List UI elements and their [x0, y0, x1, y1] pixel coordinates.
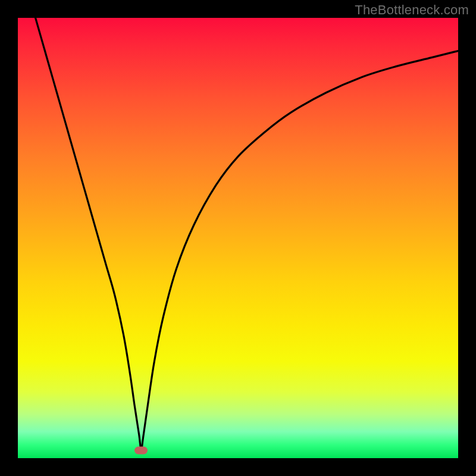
optimum-marker: [134, 447, 148, 455]
bottleneck-curve: [36, 18, 458, 449]
plot-area: [18, 18, 458, 458]
watermark-text: TheBottleneck.com: [355, 2, 469, 18]
curve-svg: [18, 18, 458, 458]
chart-frame: TheBottleneck.com: [0, 0, 476, 476]
